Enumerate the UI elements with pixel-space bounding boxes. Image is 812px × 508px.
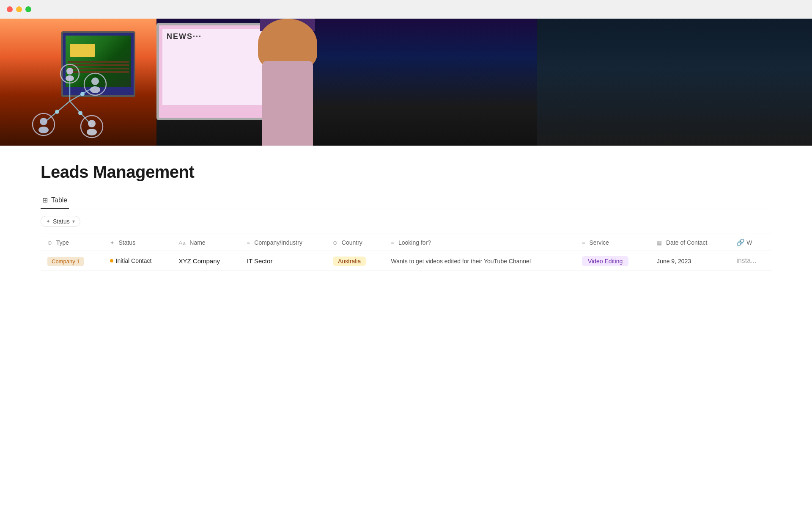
type-badge: Company 1: [47, 257, 84, 266]
tab-table-label: Table: [51, 196, 67, 204]
company-col-icon: ≡: [247, 240, 250, 246]
col-header-type: ⊙ Type: [41, 234, 103, 251]
table-icon: ⊞: [42, 196, 48, 204]
character-body: [262, 61, 313, 146]
svg-point-18: [66, 75, 74, 81]
status-value: Initial Contact: [110, 257, 165, 264]
cell-link[interactable]: insta...: [730, 251, 771, 271]
network-icon: [23, 63, 116, 144]
content-area: Leads Management ⊞ Table ✦ Status ▾ ⊙ Ty…: [0, 146, 812, 271]
svg-point-8: [91, 77, 99, 85]
character-illustration: [250, 31, 334, 146]
chevron-down-icon: ▾: [72, 218, 75, 224]
cell-country: Australia: [326, 251, 384, 271]
date-value: June 9, 2023: [657, 258, 691, 265]
col-header-date: ▦ Date of Contact: [650, 234, 730, 251]
link-col-icon: 🔗: [736, 239, 745, 246]
page-title: Leads Management: [41, 163, 771, 182]
status-filter[interactable]: ✦ Status ▾: [41, 216, 80, 227]
maximize-button[interactable]: [25, 6, 31, 12]
tab-table[interactable]: ⊞ Table: [41, 192, 69, 209]
cell-company: IT Sector: [240, 251, 326, 271]
cell-service: Video Editing: [575, 251, 650, 271]
svg-point-14: [88, 120, 96, 127]
svg-point-9: [90, 86, 100, 93]
service-col-icon: ≡: [582, 240, 585, 246]
country-badge: Australia: [333, 257, 366, 266]
minimize-button[interactable]: [16, 6, 22, 12]
looking-col-icon: ≡: [391, 240, 394, 246]
cell-name: XYZ Company: [172, 251, 240, 271]
hero-right-bg: [537, 19, 812, 146]
status-dot-icon: [110, 259, 113, 262]
country-col-icon: ⊙: [333, 240, 337, 246]
svg-point-11: [40, 118, 47, 125]
status-col-icon: ✦: [110, 240, 115, 246]
svg-point-15: [87, 129, 97, 135]
type-col-icon: ⊙: [47, 240, 52, 246]
titlebar: [0, 0, 812, 19]
col-header-country: ⊙ Country: [326, 234, 384, 251]
col-header-link: 🔗 W: [730, 234, 771, 251]
service-badge: Video Editing: [582, 256, 628, 266]
col-header-name: Aa Name: [172, 234, 240, 251]
table-row[interactable]: Company 1 Initial Contact XYZ Company IT…: [41, 251, 771, 271]
col-header-service: ≡ Service: [575, 234, 650, 251]
svg-point-5: [80, 92, 85, 96]
cell-type: Company 1: [41, 251, 103, 271]
pixel-monitor-news-text: NEWS···: [167, 32, 202, 41]
col-header-looking: ≡ Looking for?: [384, 234, 575, 251]
col-header-company: ≡ Company/Industry: [240, 234, 326, 251]
cell-date: June 9, 2023: [650, 251, 730, 271]
looking-value: Wants to get videos edited for their You…: [391, 258, 531, 265]
svg-point-17: [66, 68, 73, 75]
svg-point-4: [55, 110, 59, 114]
date-col-icon: ▦: [657, 240, 662, 246]
link-value: insta...: [736, 257, 756, 264]
close-button[interactable]: [7, 6, 13, 12]
status-filter-label: Status: [53, 218, 70, 225]
svg-point-6: [78, 111, 82, 115]
cell-status: Initial Contact: [103, 251, 172, 271]
tabs-bar: ⊞ Table: [41, 192, 771, 209]
filter-row: ✦ Status ▾: [41, 209, 771, 234]
col-header-status: ✦ Status: [103, 234, 172, 251]
filter-icon: ✦: [46, 218, 50, 224]
svg-point-12: [38, 127, 49, 133]
name-col-icon: Aa: [178, 240, 185, 246]
table-header-row: ⊙ Type ✦ Status Aa Name ≡ Company/Indust…: [41, 234, 771, 251]
leads-table: ⊙ Type ✦ Status Aa Name ≡ Company/Indust…: [41, 234, 771, 271]
cell-looking: Wants to get videos edited for their You…: [384, 251, 575, 271]
hero-banner: NEWS···: [0, 19, 812, 146]
